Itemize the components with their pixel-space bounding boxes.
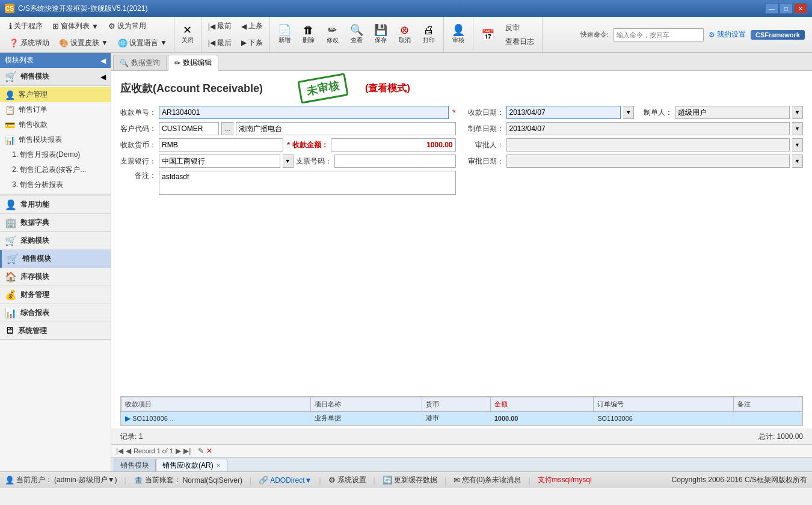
tab-data-query[interactable]: 🔍 数据查询 [113,55,167,70]
toolbar-audit-group: 👤 审核 [444,17,473,52]
nav-prev-icon[interactable]: ◀ [126,447,131,455]
sidebar-collapse-btn[interactable]: ◀ [100,57,106,65]
table-row[interactable]: ▶ SO1103006 … 业务单据 港市 1000.00 SO1103006 [121,412,802,425]
sidebar-module-data-dict[interactable]: 🏢 数据字典 [0,214,111,232]
sidebar-item-sales-order[interactable]: 📋 销售订单 [0,102,111,117]
customer-code-select-btn[interactable]: … [221,122,233,135]
app-icon: CS [5,4,14,13]
status-update-cache[interactable]: 🔄 更新缓存数据 [383,475,437,485]
nav-delete-icon[interactable]: ✕ [206,447,212,455]
quick-cmd-label: 快速命令: [580,30,609,39]
audit-date-label: 审批日期： [468,156,504,167]
create-date-label: 制单日期： [468,124,504,134]
status-user: 👤 当前用户： (admin-超级用户▼) [5,475,117,485]
receipt-date-field[interactable] [506,106,621,119]
first-record-btn[interactable]: |◀ 最前 [204,20,236,32]
toolbar-close-btn[interactable]: ✕ 关闭 [177,23,198,46]
form-status-bar: 记录: 1 总计: 1000.00 [111,429,812,444]
bank-dropdown[interactable]: ▼ [283,155,294,168]
view-log-btn[interactable]: 查看日志 [501,35,538,48]
receipt-no-field[interactable] [159,106,449,119]
sidebar-module-inventory[interactable]: 🏠 库存模块 [0,268,111,286]
cell-order-no: SO1103006 [594,412,734,425]
sidebar-item-report-analysis[interactable]: 3. 销售分析报表 [0,177,111,192]
report-summary-label: 2. 销售汇总表(按客户... [12,165,86,175]
col-item-name: 项目名称 [310,397,422,412]
sidebar-module-system[interactable]: 🖥 系统管理 [0,322,111,340]
row-menu-icon[interactable]: … [170,415,176,422]
query-icon: 🔍 [120,59,129,67]
my-settings-btn[interactable]: ⚙ 我的设置 [709,29,746,40]
new-btn[interactable]: 📄 新增 [274,23,295,46]
bottom-tab-sales[interactable]: 销售模块 [114,459,156,471]
ticket-no-field[interactable] [334,155,456,168]
auditor-dropdown[interactable]: ▼ [792,138,803,152]
unaudit-btn[interactable]: 📅 [477,28,499,42]
system-help-btn[interactable]: ❓ 系统帮助 [5,37,54,49]
audit-btn[interactable]: 👤 审核 [448,23,469,46]
currency-label: 收款货币： [120,140,156,150]
about-btn[interactable]: ℹ 关于程序 [5,20,47,32]
last-record-btn[interactable]: |◀ 最后 [204,37,236,49]
create-date-dropdown[interactable]: ▼ [792,122,803,135]
sidebar-item-sales-reports[interactable]: 📊 销售模块报表 [0,132,111,147]
bank-field[interactable] [159,155,280,168]
remark-field[interactable] [159,171,456,195]
person-icon: 👤 [5,199,17,210]
order-icon: 📋 [5,105,15,115]
maximize-button[interactable]: □ [780,3,793,14]
report-analysis-label: 3. 销售分析报表 [12,180,63,190]
delete-btn[interactable]: 🗑 删除 [298,23,319,46]
sidebar-item-sales-receipt[interactable]: 💳 销售收款 [0,117,111,132]
amount-field[interactable] [331,138,455,152]
col-currency: 货币 [422,397,490,412]
close-button[interactable]: ✕ [794,3,807,14]
cell-remark [734,412,802,425]
customer-name-field[interactable] [236,122,456,135]
set-skin-btn[interactable]: 🎨 设置皮肤 ▼ [55,37,112,49]
set-common-btn[interactable]: ⚙ 设为常用 [104,20,150,32]
minimize-button[interactable]: — [765,3,778,14]
audit-date-dropdown[interactable]: ▼ [792,155,803,168]
bottom-tab-ar[interactable]: 销售应收款(AR) ✕ [156,459,227,471]
nav-bar: |◀ ◀ Record 1 of 1 ▶ ▶| ✎ ✕ [111,444,812,457]
calendar-icon: 📅 [481,29,494,40]
cancel-btn[interactable]: ⊗ 取消 [394,23,416,46]
nav-first-icon[interactable]: |◀ [116,447,123,455]
quick-cmd-input[interactable] [614,28,704,41]
nav-next-icon[interactable]: ▶ [176,447,181,455]
sidebar-item-report-demo[interactable]: 1. 销售月报表(Demo) [0,147,111,162]
nav-edit-icon[interactable]: ✎ [198,447,204,455]
unaudit-text-btn[interactable]: 反审 [501,22,538,34]
lang-icon: 🌐 [118,38,128,47]
save-btn[interactable]: 💾 保存 [370,23,392,46]
set-lang-btn[interactable]: 🌐 设置语言 ▼ [114,37,171,49]
inventory-label: 库存模块 [20,272,49,282]
edit-btn[interactable]: ✏ 修改 [322,23,343,46]
sidebar-item-sales-module[interactable]: 🛒 销售模块 ◀ [0,68,111,86]
sidebar-module-common[interactable]: 👤 常用功能 [0,196,111,214]
next-record-btn[interactable]: ▶ 下条 [237,37,267,49]
tab-data-edit[interactable]: ✏ 数据编辑 [168,55,218,71]
sales-order-label: 销售订单 [19,105,48,115]
currency-field[interactable] [159,138,283,152]
nav-last-icon[interactable]: ▶| [183,447,191,455]
prev-record-btn[interactable]: ◀ 上条 [237,20,267,32]
sidebar-item-customer-mgmt[interactable]: 👤 客户管理 [0,87,111,102]
bottom-tab-close-btn[interactable]: ✕ [216,462,221,469]
receipt-no-row: 收款单号： * [120,106,456,119]
window-list-btn[interactable]: ⊞ 窗体列表 ▼ [48,20,103,32]
sidebar-module-financial[interactable]: 💰 财务管理 [0,286,111,304]
status-sys-settings[interactable]: ⚙ 系统设置 [328,475,366,485]
receipt-date-dropdown[interactable]: ▼ [623,106,634,119]
cell-item-name: 业务单据 [310,412,422,425]
customer-code-field[interactable] [159,122,219,135]
view-btn[interactable]: 🔍 查看 [346,23,368,46]
sidebar-item-report-summary[interactable]: 2. 销售汇总表(按客户... [0,162,111,177]
sidebar-module-purchase[interactable]: 🛒 采购模块 [0,232,111,250]
sidebar-module-reports[interactable]: 📊 综合报表 [0,304,111,322]
print-btn[interactable]: 🖨 打印 [418,23,440,46]
creator-dropdown[interactable]: ▼ [792,106,803,119]
sidebar-module-sales-nav[interactable]: 🛒 销售模块 [0,250,111,268]
status-account: 🏦 当前账套： Normal(SqlServer) [134,475,242,485]
